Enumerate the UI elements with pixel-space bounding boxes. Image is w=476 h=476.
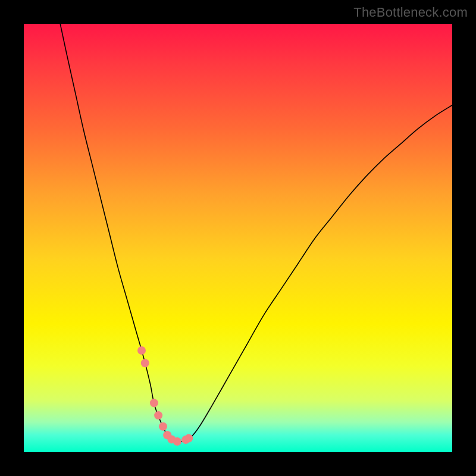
svg-point-3 bbox=[154, 411, 162, 419]
svg-point-0 bbox=[137, 346, 146, 355]
watermark-text: TheBottleneck.com bbox=[353, 5, 468, 20]
chart-plot-area bbox=[24, 24, 452, 452]
bottleneck-curve bbox=[24, 24, 452, 452]
svg-point-9 bbox=[184, 434, 193, 443]
svg-point-4 bbox=[159, 422, 167, 431]
svg-point-1 bbox=[141, 359, 149, 367]
svg-point-2 bbox=[150, 399, 158, 407]
svg-point-7 bbox=[173, 437, 181, 446]
curve-path bbox=[60, 24, 452, 442]
